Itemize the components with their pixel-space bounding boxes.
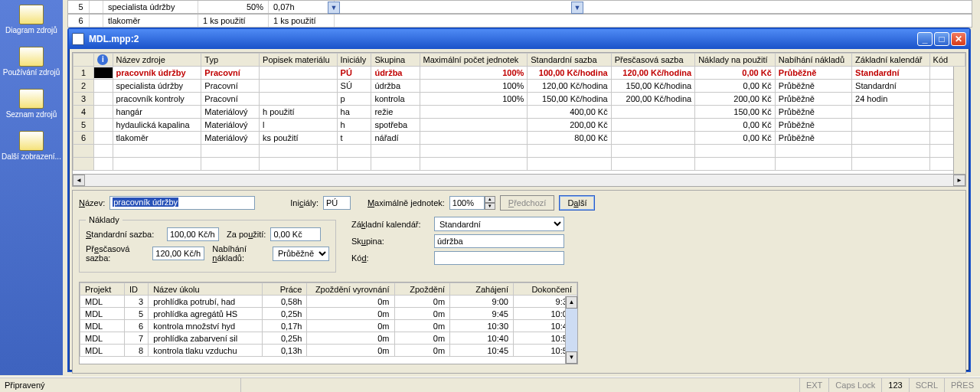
status-numlock: 123 <box>881 377 908 392</box>
resource-diagram-icon <box>19 5 44 24</box>
status-scrl: SCRL <box>909 377 944 392</box>
resource-grid[interactable]: iNázev zdrojeTypPopisek materiáluIniciál… <box>72 52 966 187</box>
task-column-header[interactable]: ID <box>125 283 149 296</box>
viewbar-item-more-views[interactable]: Další zobrazení... <box>0 126 63 168</box>
minimize-button[interactable]: _ <box>917 32 933 46</box>
task-column-header[interactable]: Zahájení <box>450 283 514 296</box>
background-grid-row2: 6 tlakoměr 1 ks použití 1 ks použití <box>67 14 972 28</box>
resource-row[interactable]: 1pracovník údržbyPracovníPÚúdržba100%100… <box>74 67 965 80</box>
resource-row[interactable]: 3pracovník kontrolyPracovnípkontrola100%… <box>74 93 965 106</box>
resource-form: Název: pracovník údržby Iniciály: Maximá… <box>72 190 966 374</box>
resource-usage-icon <box>19 47 44 67</box>
column-header[interactable]: Skupina <box>371 54 420 67</box>
status-pres: PŘES <box>944 377 980 392</box>
task-row[interactable]: MDL3prohlídka potrubí, had0,58h0m0m9:009… <box>80 296 577 308</box>
column-header[interactable]: Iniciály <box>337 54 371 67</box>
status-caps: Caps Lock <box>828 377 881 392</box>
viewbar-label: Diagram zdrojů <box>2 26 61 34</box>
project-file-icon <box>72 33 84 45</box>
horizontal-scrollbar[interactable]: ◄ ► <box>73 174 965 186</box>
column-header[interactable]: Maximální počet jednotek <box>420 54 528 67</box>
status-ready: Připravený <box>0 377 241 392</box>
next-button[interactable]: Další <box>559 195 595 211</box>
scroll-left-icon[interactable]: ◄ <box>73 175 85 186</box>
viewbar-item-resource-usage[interactable]: Používání zdrojů <box>0 42 63 84</box>
task-column-header[interactable]: Zpoždění vyrovnání <box>307 283 394 296</box>
vertical-scrollbar[interactable]: ▲ ▼ <box>565 296 577 364</box>
task-row[interactable]: MDL7prohlídka zabarvení sil0,25h0m0m10:4… <box>80 332 577 345</box>
resource-sheet-icon <box>19 89 44 109</box>
column-header[interactable]: Typ <box>201 54 260 67</box>
view-bar: Diagram zdrojů Používání zdrojů Seznam z… <box>0 0 63 375</box>
background-grid: 5 specialista údržby 50% 0,07h <box>67 0 972 14</box>
std-rate-label: Standardní sazba: <box>86 230 162 239</box>
previous-button: Předchozí <box>500 195 555 211</box>
column-header[interactable]: Kód <box>929 54 965 67</box>
max-units-label: Maximálně jednotek: <box>368 198 445 207</box>
per-use-label: Za použití: <box>227 230 266 239</box>
ot-rate-field[interactable] <box>152 247 204 260</box>
per-use-field[interactable] <box>270 227 321 241</box>
code-label: Kód: <box>351 253 430 263</box>
task-column-header[interactable]: Název úkolu <box>149 283 263 296</box>
maximize-button[interactable]: □ <box>934 32 949 46</box>
group-field[interactable] <box>434 234 564 248</box>
more-views-icon <box>19 131 44 151</box>
titlebar[interactable]: MDL.mpp:2 _ □ ✕ <box>69 29 969 49</box>
initials-field[interactable] <box>323 196 351 210</box>
viewbar-item-resource-sheet[interactable]: Seznam zdrojů <box>0 84 63 126</box>
resource-row[interactable]: 4hangárMateriálovýh použitíharežie400,00… <box>74 106 965 119</box>
spin-down-icon[interactable]: ▼ <box>485 203 495 210</box>
column-header[interactable]: Nabíhání nákladů <box>775 54 851 67</box>
accrual-label: Nabíhání nákladů: <box>212 244 268 263</box>
task-column-header[interactable]: Práce <box>263 283 307 296</box>
task-column-header[interactable]: Dokončení <box>514 283 577 296</box>
task-column-header[interactable]: Projekt <box>80 283 125 296</box>
accrual-select[interactable]: Průběžně <box>273 247 329 261</box>
scroll-up-icon[interactable]: ▲ <box>566 296 577 309</box>
std-rate-field[interactable] <box>167 227 219 241</box>
column-header[interactable]: Přesčasová sazba <box>611 54 694 67</box>
task-row[interactable]: MDL8kontrola tlaku vzduchu0,13h0m0m10:45… <box>80 345 577 357</box>
task-column-header[interactable]: Zpoždění <box>394 283 450 296</box>
indicator-column-icon: i <box>94 54 113 67</box>
name-field[interactable]: pracovník údržby <box>109 196 255 210</box>
task-list[interactable]: ProjektIDNázev úkoluPráceZpoždění vyrovn… <box>79 282 578 364</box>
viewbar-label: Používání zdrojů <box>2 68 61 77</box>
column-header[interactable]: Název zdroje <box>113 54 201 67</box>
mdi-window: MDL.mpp:2 _ □ ✕ iNázev zdrojeTypPopisek … <box>67 28 971 372</box>
status-bar: Připravený EXT Caps Lock 123 SCRL PŘES <box>0 377 980 392</box>
resource-row[interactable]: 5hydaulická kapalinaMateriálovýlhspotřeb… <box>74 119 965 132</box>
max-units-stepper[interactable]: ▲▼ <box>449 196 495 210</box>
resource-row[interactable]: 2specialista údržbyPracovníSÚúdržba100%1… <box>74 80 965 93</box>
task-row[interactable]: MDL6kontrola množství hyd0,17h0m0m10:301… <box>80 320 577 332</box>
group-label: Skupina: <box>351 237 430 246</box>
calendar-select[interactable]: Standardní <box>434 217 564 231</box>
scroll-down-icon[interactable]: ▼ <box>571 2 583 14</box>
scroll-right-icon[interactable]: ► <box>953 175 965 186</box>
costs-group: Náklady Standardní sazba: Za použití: Př… <box>79 215 336 273</box>
spin-up-icon[interactable]: ▲ <box>485 196 495 203</box>
code-field[interactable] <box>434 251 564 265</box>
ot-rate-label: Přesčasová sazba: <box>86 244 148 263</box>
initials-label: Iniciály: <box>290 198 318 207</box>
viewbar-label: Seznam zdrojů <box>2 110 61 119</box>
task-row[interactable]: MDL5prohlídka agregátů HS0,25h0m0m9:4510… <box>80 308 577 320</box>
column-header[interactable]: Náklady na použití <box>695 54 776 67</box>
scroll-down-icon[interactable]: ▼ <box>328 2 340 14</box>
resource-row[interactable]: 6tlakoměrMateriálovýks použitítnářadí80,… <box>74 132 965 145</box>
costs-legend: Náklady <box>86 215 122 224</box>
column-header[interactable]: Základní kalendář <box>852 54 930 67</box>
column-header[interactable]: Standardní sazba <box>528 54 611 67</box>
scroll-down-icon[interactable]: ▼ <box>566 351 577 364</box>
viewbar-item-resource-diagram[interactable]: Diagram zdrojů <box>0 0 63 42</box>
vertical-scrollbar[interactable] <box>953 67 965 174</box>
column-header[interactable]: Popisek materiálu <box>260 54 337 67</box>
calendar-label: Základní kalendář: <box>351 220 430 229</box>
viewbar-label: Další zobrazení... <box>2 152 61 161</box>
window-title: MDL.mpp:2 <box>89 34 917 44</box>
name-label: Název: <box>79 198 105 207</box>
status-ext: EXT <box>799 377 828 392</box>
close-button[interactable]: ✕ <box>951 32 966 46</box>
